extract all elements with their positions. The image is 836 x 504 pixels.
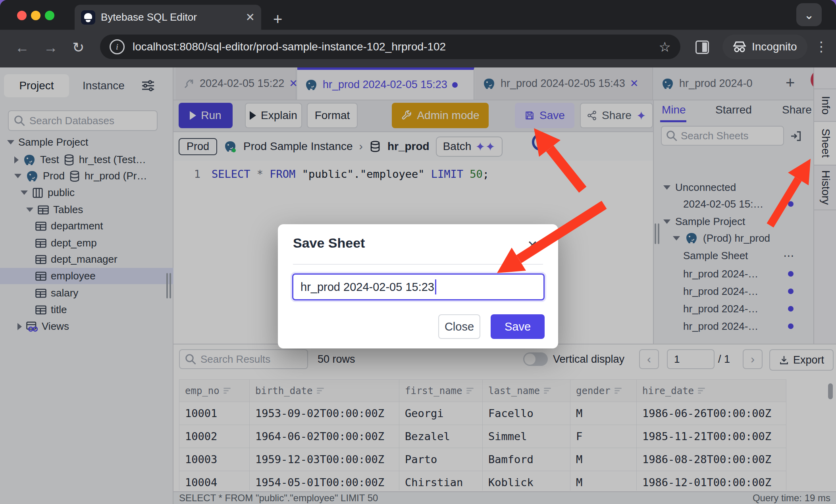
window-minimize-button[interactable] [31,11,40,20]
bytebase-favicon [81,10,95,25]
dialog-divider [293,264,543,265]
browser-toolbar: ← → ↻ i localhost:8080/sql-editor/prod-s… [0,30,836,67]
reload-icon[interactable]: ↻ [72,39,84,56]
browser-tab[interactable]: Bytebase SQL Editor ✕ [75,5,261,30]
side-panel-icon[interactable] [695,40,709,54]
browser-window-bar: Bytebase SQL Editor ✕ + ⌄ [0,0,836,30]
address-bar[interactable]: i localhost:8080/sql-editor/prod-sample-… [100,35,680,59]
dialog-close-icon[interactable]: ✕ [527,238,538,253]
save-sheet-dialog: Save Sheet ✕ hr_prod 2024-02-05 15:23 Cl… [278,224,558,348]
window-close-button[interactable] [17,11,27,20]
window-zoom-button[interactable] [45,11,54,20]
profile-chevron-icon[interactable]: ⌄ [796,3,822,26]
browser-menu-icon[interactable]: ⋮ [815,38,828,54]
screenshot-root: Bytebase SQL Editor ✕ + ⌄ ← → ↻ i localh… [0,0,836,504]
browser-tab-close-icon[interactable]: ✕ [246,11,255,24]
incognito-badge: Incognito [722,35,807,59]
bookmark-star-icon[interactable]: ☆ [659,39,671,55]
sheet-name-input[interactable]: hr_prod 2024-02-05 15:23 [292,273,545,300]
forward-icon[interactable]: → [44,39,58,56]
back-icon[interactable]: ← [15,39,29,56]
close-button[interactable]: Close [438,314,480,339]
new-tab-button[interactable]: + [273,10,282,28]
dialog-title: Save Sheet [293,235,365,251]
url-text: localhost:8080/sql-editor/prod-sample-in… [133,40,651,53]
incognito-icon [733,41,746,53]
site-info-icon[interactable]: i [110,39,125,54]
save-button[interactable]: Save [491,314,545,339]
text-cursor [435,279,436,294]
incognito-label: Incognito [752,40,797,53]
browser-tab-title: Bytebase SQL Editor [101,11,240,23]
